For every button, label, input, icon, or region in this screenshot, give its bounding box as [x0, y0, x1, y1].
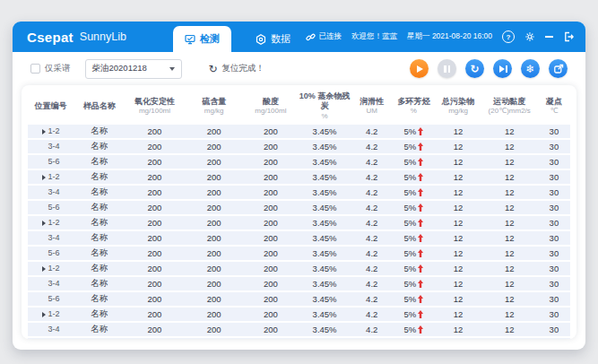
value-cell: 4.2 [351, 186, 392, 199]
value-cell: 12 [435, 170, 481, 184]
value-cell: 5% [392, 216, 435, 230]
link-icon [306, 32, 316, 42]
value-cell: 30 [538, 338, 570, 340]
datetime-text: 星期一 2021-08-20 16:00 [407, 31, 492, 42]
sample-dropdown-value: 柴油20201218 [92, 63, 147, 74]
sync-button[interactable]: ↻ [465, 59, 484, 78]
table-row[interactable]: 5-6名称2002002003.45%4.25%121230 [28, 292, 570, 306]
logout-icon[interactable] [563, 31, 574, 42]
table-row[interactable]: 5-6名称2002002003.45%4.25%121230 [28, 155, 570, 169]
export-button[interactable] [549, 59, 568, 78]
value-cell: 5% [392, 170, 435, 184]
value-cell: 4.2 [351, 170, 392, 184]
tab-data[interactable]: 数据 [244, 26, 302, 52]
value-cell: 200 [244, 170, 298, 184]
alert-up-arrow-icon [418, 219, 423, 227]
value-cell: 200 [244, 323, 298, 336]
sample-dropdown[interactable]: 柴油20201218 [85, 59, 182, 79]
value-cell: 4.2 [351, 216, 392, 230]
tab-detection[interactable]: 检测 [173, 26, 231, 52]
value-cell: 3.45% [298, 216, 351, 230]
play-icon [417, 65, 423, 73]
value-cell: 4.2 [351, 201, 392, 214]
value-cell: 12 [481, 292, 538, 306]
value-cell: 200 [125, 277, 184, 290]
expand-arrow-icon[interactable] [42, 221, 46, 226]
expand-arrow-icon[interactable] [42, 175, 46, 180]
value-cell: 5% [392, 231, 435, 245]
skip-next-button[interactable] [493, 59, 512, 78]
expand-arrow-icon[interactable] [42, 312, 46, 317]
value-cell: 200 [125, 155, 184, 169]
value-cell: 30 [538, 323, 570, 336]
settings-gear-icon[interactable] [524, 31, 535, 42]
toolbar: 仅采谱 柴油20201218 ↻ 复位完成！ ↻ ❄ [13, 52, 585, 85]
alert-up-arrow-icon [418, 158, 423, 166]
table-row[interactable]: 1-2名称2002002003.45%4.25%121230 [28, 308, 570, 321]
expand-arrow-icon[interactable] [42, 266, 46, 272]
value-cell: 4.2 [351, 140, 392, 153]
value-cell: 200 [125, 262, 184, 275]
table-row[interactable]: 3-4名称2002002003.45%4.25%121230 [28, 140, 570, 153]
value-cell: 12 [435, 292, 481, 306]
pause-button[interactable] [438, 59, 456, 78]
spectrum-only-checkbox[interactable]: 仅采谱 [30, 63, 71, 74]
freeze-button[interactable]: ❄ [521, 59, 540, 78]
sample-name-cell: 名称 [74, 308, 125, 321]
value-cell: 5% [392, 308, 435, 321]
value-cell: 30 [538, 201, 570, 214]
value-cell: 200 [125, 216, 184, 230]
app-window: Csepat SunnyLib 检测 数据 [13, 22, 585, 350]
column-header-2: 氧化安定性mg/100ml [125, 89, 184, 123]
minimize-button[interactable] [545, 36, 553, 38]
value-cell: 200 [244, 308, 298, 321]
help-icon[interactable]: ? [502, 30, 515, 43]
alert-up-arrow-icon [418, 127, 423, 135]
value-cell: 12 [435, 140, 481, 153]
expand-arrow-icon[interactable] [42, 129, 46, 134]
table-row[interactable]: 3-4名称2002002003.45%4.25%121230 [28, 277, 570, 290]
reset-status: ↻ 复位完成！ [209, 63, 265, 74]
value-cell: 200 [244, 201, 298, 214]
checkbox-box[interactable] [30, 64, 40, 74]
table-row[interactable]: 5-6名称2002002003.45%4.25%121230 [28, 247, 570, 260]
value-cell: 30 [538, 170, 570, 184]
sample-name-cell: 名称 [74, 125, 125, 138]
value-cell: 12 [435, 216, 481, 230]
table-row[interactable]: 1-2名称2002002003.45%4.25%121230 [28, 262, 570, 275]
snowflake-icon: ❄ [525, 64, 534, 74]
value-cell: 30 [538, 292, 570, 306]
value-cell: 12 [435, 247, 481, 260]
value-cell: 200 [125, 292, 184, 306]
table-row[interactable]: 3-4名称2002002003.45%4.25%121230 [28, 231, 570, 245]
value-cell: 12 [435, 338, 481, 340]
value-cell: 200 [244, 186, 298, 199]
value-cell: 3.45% [298, 186, 351, 199]
connection-label: 已连接 [319, 31, 342, 42]
table-row[interactable]: 5-6名称2002002003.45%4.25%121230 [28, 338, 570, 340]
table-row[interactable]: 1-2名称2002002003.45%4.25%121230 [28, 170, 570, 184]
sample-name-cell: 名称 [74, 186, 125, 199]
value-cell: 12 [435, 262, 481, 275]
alert-up-arrow-icon [418, 310, 423, 318]
sample-name-cell: 名称 [74, 201, 125, 214]
value-cell: 12 [435, 186, 481, 199]
product-name: SunnyLib [80, 30, 126, 43]
sample-name-cell: 名称 [74, 140, 125, 153]
column-header-7: 多环芳烃% [392, 89, 435, 123]
table-header-row: 位置编号样品名称氧化安定性mg/100ml硫含量mg/kg酸度mg/100ml1… [28, 89, 570, 123]
table-row[interactable]: 3-4名称2002002003.45%4.25%121230 [28, 186, 570, 199]
table-row[interactable]: 1-2名称2002002003.45%4.25%121230 [28, 216, 570, 230]
value-cell: 200 [244, 155, 298, 169]
play-button[interactable] [410, 59, 429, 78]
value-cell: 4.2 [351, 262, 392, 275]
table-row[interactable]: 1-2名称2002002003.45%4.25%121230 [28, 125, 570, 138]
value-cell: 200 [244, 262, 298, 275]
column-header-3: 硫含量mg/kg [185, 89, 244, 123]
value-cell: 200 [185, 247, 244, 260]
value-cell: 3.45% [298, 155, 351, 169]
value-cell: 12 [481, 231, 538, 245]
table-row[interactable]: 3-4名称2002002003.45%4.25%121230 [28, 323, 570, 336]
value-cell: 12 [435, 308, 481, 321]
table-row[interactable]: 5-6名称2002002003.45%4.25%121230 [28, 201, 570, 214]
